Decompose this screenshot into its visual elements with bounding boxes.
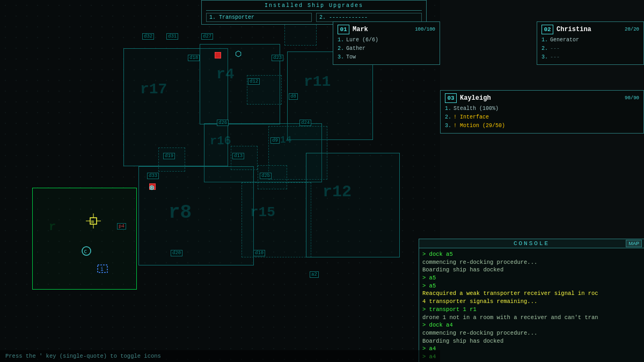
dock-d27: d27 <box>201 33 213 40</box>
dock-d26: d26 <box>217 120 229 126</box>
console-output: > dock a5 commencing re-docking procedur… <box>419 248 644 359</box>
char-num-kayleigh: 03 <box>445 93 457 103</box>
console-line-9: drone 1 not in a room with a receiver an… <box>422 314 641 322</box>
char-num-mark: 01 <box>338 25 349 34</box>
svg-text:⊠: ⊠ <box>91 219 94 224</box>
dock-d32: d32 <box>142 33 154 40</box>
bottom-status: Press the ' key (single-quote) to toggle… <box>0 350 440 362</box>
cyan-object-r8: ⊛ <box>149 182 155 193</box>
console-line-7: 4 transporter signals remaining... <box>422 298 641 306</box>
char-panel-christina: 02 Christina 20/20 1.Generator 2.--- 3.-… <box>537 21 644 65</box>
dock-d13: d13 <box>232 153 244 159</box>
char-header-christina: 02 Christina 20/20 <box>541 25 639 34</box>
char-skills-christina: 1.Generator 2.--- 3.--- <box>541 36 639 62</box>
char-hp-mark: 100/100 <box>415 27 435 32</box>
console-line-1: > dock a5 <box>422 250 641 258</box>
red-marker-r4 <box>215 52 221 58</box>
dock-d2b: d2b <box>260 173 272 179</box>
console-line-5: > a5 <box>422 282 641 290</box>
dock-d20: d20 <box>171 250 182 256</box>
dock-a2: a2 <box>310 271 319 278</box>
char-skills-mark: 1.Lure (6/6) 2.Gather 3.Tow <box>338 36 435 62</box>
dock-d18: d18 <box>188 55 200 61</box>
console-line-8: > transport 1 r1 <box>422 306 641 314</box>
char-name-christina: Christina <box>557 26 591 33</box>
char-header-mark: 01 Mark 100/100 <box>338 25 435 34</box>
char-panel-mark: 01 Mark 100/100 1.Lure (6/6) 2.Gather 3.… <box>333 21 440 65</box>
console-line-6: Reacquired a weak transporter receiver s… <box>422 290 641 298</box>
dock-d33: d33 <box>147 173 159 179</box>
console-titlebar: CONSOLE MAP <box>419 239 644 248</box>
char-hp-kayleigh: 90/90 <box>625 95 639 101</box>
console-line-10: > dock a4 <box>422 321 641 329</box>
ship-upgrades-title: Installed Ship Upgrades <box>206 3 422 11</box>
status-text: Press the ' key (single-quote) to toggle… <box>5 353 161 359</box>
console-map-button[interactable]: MAP <box>626 240 642 247</box>
char-panel-kayleigh: 03 Kayleigh 90/90 1.Stealth (100%) 2.! I… <box>440 90 644 134</box>
upgrade-slot-2: 2. ------------ <box>316 13 422 22</box>
player-entity-3: i <box>96 262 109 278</box>
char-skills-kayleigh: 1.Stealth (100%) 2.! Interface 3.! Motio… <box>445 105 639 130</box>
char-name-kayleigh: Kayleigh <box>460 94 491 102</box>
dock-d8: d8 <box>289 93 298 100</box>
dock-d24: d24 <box>299 120 311 126</box>
console-line-13: > a4 <box>422 345 641 353</box>
room-small-3 <box>158 147 185 172</box>
char-num-christina: 02 <box>541 25 553 34</box>
player-entity-2: c <box>79 244 93 261</box>
room-r12: r12 <box>306 153 400 257</box>
console-line-12: Boarding ship has docked <box>422 337 641 345</box>
console-line-14: > a4 <box>422 353 641 359</box>
room-r8: r8 <box>138 166 254 265</box>
dock-d9: d9 <box>270 137 280 144</box>
player-region: r <box>32 188 137 290</box>
console-title: CONSOLE <box>514 240 550 247</box>
dock-d31: d31 <box>166 33 178 40</box>
console-line-2: commencing re-docking procedure... <box>422 258 641 267</box>
dock-d10: d10 <box>253 250 265 256</box>
dock-d23: d23 <box>272 55 283 61</box>
dock-d19: d19 <box>163 153 175 159</box>
console-panel: CONSOLE MAP > dock a5 commencing re-dock… <box>419 239 644 362</box>
dock-d12: d12 <box>248 78 260 85</box>
dock-p4: p4 <box>117 223 126 230</box>
drone-icon-r4: ⬡ <box>235 49 241 58</box>
upgrades-row: 1. Transporter 2. ------------ <box>206 13 422 22</box>
console-line-11: commencing re-docking procedure... <box>422 329 641 337</box>
char-header-kayleigh: 03 Kayleigh 90/90 <box>445 93 639 103</box>
char-name-mark: Mark <box>353 26 368 33</box>
console-line-3: Boarding ship has docked <box>422 266 641 274</box>
upgrade-slot-1: 1. Transporter <box>206 13 312 22</box>
char-hp-christina: 20/20 <box>625 27 639 32</box>
svg-text:c: c <box>84 248 87 254</box>
player-entity-1: ⊠ <box>86 213 101 231</box>
room-r15: r15 <box>241 182 311 257</box>
svg-text:i: i <box>100 266 104 272</box>
console-line-4: > a5 <box>422 274 641 282</box>
